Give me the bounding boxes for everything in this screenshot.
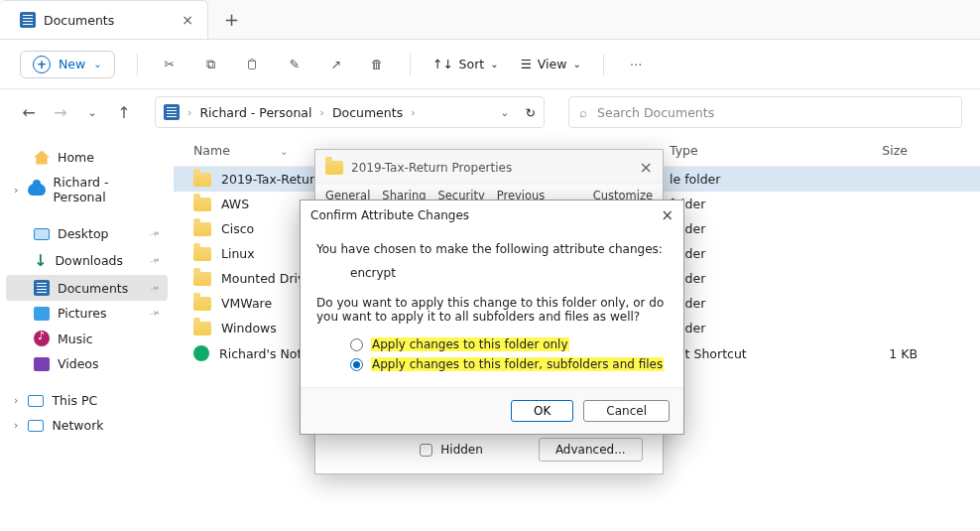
- dialog-title: Confirm Attribute Changes: [310, 208, 661, 222]
- up-button[interactable]: ↑: [113, 101, 135, 123]
- sort-icon: ↑↓: [432, 57, 453, 71]
- search-input[interactable]: ⌕ Search Documents: [568, 96, 962, 128]
- chevron-down-icon: ⌄: [490, 59, 498, 69]
- chevron-right-icon[interactable]: ›: [14, 394, 18, 407]
- file-name: Linux: [221, 246, 255, 261]
- refresh-button[interactable]: ↻: [526, 105, 536, 120]
- new-label: New: [59, 57, 85, 71]
- confirm-message: You have chosen to make the following at…: [316, 242, 668, 256]
- file-type: le folder: [670, 172, 808, 187]
- sidebar-item-documents[interactable]: Documents📌︎: [6, 275, 168, 301]
- confirm-attribute: encrypt: [350, 266, 668, 280]
- chevron-right-icon: ›: [187, 106, 191, 119]
- sidebar-item-label: Home: [58, 150, 94, 165]
- radio-unselected[interactable]: [350, 338, 363, 351]
- file-name: 2019-Tax-Return: [221, 172, 322, 187]
- search-placeholder: Search Documents: [597, 105, 714, 120]
- share-icon[interactable]: ↗: [326, 55, 346, 74]
- close-icon[interactable]: ×: [640, 158, 653, 177]
- new-button[interactable]: + New ⌄: [20, 51, 115, 78]
- address-bar[interactable]: › Richard - Personal › Documents › ⌄ ↻: [155, 96, 545, 128]
- pc-icon: [28, 395, 44, 407]
- downloads-icon: ↓: [34, 251, 47, 270]
- close-tab-icon[interactable]: ×: [182, 12, 193, 28]
- back-button[interactable]: ←: [18, 101, 40, 123]
- sidebar-item-label: Music: [58, 332, 93, 346]
- option-this-folder-only[interactable]: Apply changes to this folder only: [350, 337, 668, 351]
- forward-button[interactable]: →: [50, 101, 71, 123]
- folder-icon: [193, 222, 211, 236]
- paste-icon[interactable]: 📋︎: [243, 55, 263, 74]
- sidebar-item-videos[interactable]: Videos: [6, 351, 168, 376]
- rename-icon[interactable]: ✎: [285, 55, 305, 74]
- file-type: folder: [670, 296, 808, 311]
- cut-icon[interactable]: ✂: [160, 55, 180, 74]
- cancel-button[interactable]: Cancel: [583, 400, 670, 422]
- sidebar-item-label: Videos: [58, 356, 99, 371]
- documents-icon: [20, 12, 36, 28]
- ok-button[interactable]: OK: [511, 400, 573, 422]
- option-subfolders-files[interactable]: Apply changes to this folder, subfolders…: [350, 357, 668, 371]
- pin-icon: 📌︎: [146, 305, 162, 322]
- column-header-size[interactable]: Size: [808, 143, 908, 158]
- chevron-right-icon: ›: [319, 106, 323, 119]
- sidebar-item-music[interactable]: Music: [6, 326, 168, 351]
- breadcrumb[interactable]: Documents: [332, 105, 403, 120]
- sidebar-item-desktop[interactable]: Desktop📌︎: [6, 221, 168, 246]
- dialog-title: 2019-Tax-Return Properties: [351, 161, 512, 175]
- option-label: Apply changes to this folder, subfolders…: [371, 357, 664, 371]
- confirm-attribute-dialog: Confirm Attribute Changes × You have cho…: [300, 199, 684, 435]
- file-type: folder: [670, 321, 808, 335]
- sidebar-item-downloads[interactable]: ↓Downloads📌︎: [6, 246, 168, 275]
- new-tab-button[interactable]: +: [208, 9, 255, 30]
- sidebar-item-network[interactable]: ›Network: [6, 413, 168, 438]
- file-type: folder: [670, 197, 808, 211]
- tab-title: Documents: [44, 13, 114, 28]
- pin-icon: 📌︎: [146, 252, 162, 269]
- copy-icon[interactable]: ⧉: [201, 55, 221, 74]
- window-tab[interactable]: Documents ×: [0, 0, 208, 39]
- folder-icon: [193, 297, 211, 311]
- advanced-button[interactable]: Advanced...: [539, 438, 643, 462]
- folder-icon: [325, 161, 343, 175]
- sort-indicator-icon: ⌄: [280, 146, 288, 157]
- view-button[interactable]: ☰ View ⌄: [521, 57, 581, 71]
- hidden-checkbox[interactable]: [420, 444, 432, 457]
- chevron-down-icon[interactable]: ⌄: [500, 106, 509, 119]
- chevron-right-icon[interactable]: ›: [14, 419, 18, 432]
- videos-icon: [34, 357, 50, 371]
- chevron-down-icon: ⌄: [573, 59, 581, 69]
- sort-label: Sort: [459, 57, 485, 71]
- file-type: folder: [670, 246, 808, 261]
- music-icon: [34, 331, 50, 346]
- sidebar-item-label: Richard - Personal: [54, 175, 160, 204]
- sidebar-item-label: Network: [52, 418, 103, 433]
- close-icon[interactable]: ×: [661, 206, 674, 224]
- sidebar-item-label: Documents: [58, 281, 128, 296]
- plus-icon: +: [33, 56, 51, 73]
- more-button[interactable]: ⋯: [626, 55, 646, 74]
- sidebar-item-label: This PC: [52, 393, 97, 408]
- file-size: 1 KB: [818, 346, 918, 361]
- sort-button[interactable]: ↑↓ Sort ⌄: [432, 57, 499, 71]
- file-name: VMWare: [221, 296, 272, 311]
- history-chevron[interactable]: ⌄: [81, 101, 103, 123]
- documents-icon: [34, 280, 50, 296]
- hidden-label: Hidden: [440, 443, 483, 457]
- file-type: net Shortcut: [670, 346, 808, 361]
- chevron-right-icon[interactable]: ›: [14, 184, 18, 197]
- pin-icon: 📌︎: [146, 225, 162, 242]
- option-label: Apply changes to this folder only: [371, 337, 569, 351]
- sidebar-item-thispc[interactable]: ›This PC: [6, 388, 168, 413]
- sidebar-item-label: Pictures: [58, 306, 107, 321]
- sidebar-item-home[interactable]: Home: [6, 145, 168, 170]
- radio-selected[interactable]: [350, 358, 363, 371]
- breadcrumb[interactable]: Richard - Personal: [199, 105, 311, 120]
- file-name: AWS: [221, 197, 249, 211]
- divider: [410, 54, 411, 75]
- chevron-right-icon: ›: [411, 106, 415, 119]
- sidebar-item-onedrive[interactable]: › Richard - Personal: [6, 170, 168, 209]
- delete-icon[interactable]: 🗑︎: [368, 55, 388, 74]
- column-header-type[interactable]: Type: [670, 143, 808, 158]
- sidebar-item-pictures[interactable]: Pictures📌︎: [6, 301, 168, 326]
